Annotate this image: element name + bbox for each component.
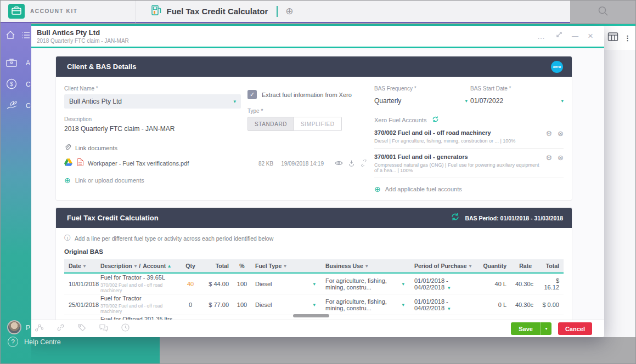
cell-description: Fuel for Tractor - 39.65L 370/002 Fuel a… [96,274,178,293]
link-documents-label: Link documents [75,145,117,151]
table-row[interactable]: 10/01/2018 Fuel for Tractor - 39.65L 370… [64,274,564,294]
type-standard-button[interactable]: STANDARD [247,117,294,131]
cell-period[interactable]: 01/01/2018 - 04/02/2018▾ [410,298,479,311]
sidebar-item-briefcase[interactable] [5,57,18,70]
background-window: ⋮ [603,26,635,337]
modal-footer: Save ▾ Cancel [27,320,604,337]
link-upload-documents-button[interactable]: ⊕ Link or upload documents [64,176,367,185]
tab-separator [277,6,278,17]
account-kit-logo[interactable] [8,4,25,19]
sidebar-item-label-partial: C [26,102,31,110]
row-description[interactable]: Fuel for Tractor - 39.65L [100,274,178,281]
description-value[interactable]: 2018 Quarterly FTC claim - JAN-MAR [64,125,241,133]
cell-business-use[interactable]: For agriculture, fishing, mining, constr… [321,298,410,311]
chevron-down-icon: ▾ [561,98,564,104]
menu-list-icon[interactable] [20,30,31,43]
gear-icon[interactable]: ⚙ [545,129,552,144]
cell-period[interactable]: 01/01/2018 - 04/02/2018▾ [410,277,479,291]
row-description[interactable]: Fuel for Offroad 201.35 ltrs [100,316,178,320]
clock-icon[interactable] [121,323,130,334]
horizontal-scrollbar-thumb[interactable] [293,314,329,317]
gear-icon[interactable]: ⚙ [545,153,552,173]
table-info-text: Add a line per different fuel type or ac… [75,235,273,242]
col-fuel-type[interactable]: Fuel Type▾ [251,263,321,269]
fuel-account-item[interactable]: 370/002 Fuel and oil - off road machiner… [374,124,564,149]
chevron-down-icon: ▾ [465,98,468,104]
download-icon[interactable] [348,160,355,168]
document-name[interactable]: Workpaper - Fuel Tax verifications.pdf [88,160,189,167]
briefcase-icon [5,60,18,70]
preview-eye-icon[interactable] [335,160,343,167]
profile-label-partial: P [26,324,30,332]
kebab-menu-icon[interactable]: ⋮ [624,34,631,42]
cell-quantity: 40 L [479,281,511,287]
fuel-account-detail: Compressed natural gas (CNG) | Fuel use … [374,162,542,173]
col-date[interactable]: Date▾ [64,263,96,269]
search-icon[interactable] [597,5,609,19]
cell-business-use[interactable]: For agriculture, fishing, mining, constr… [321,277,410,291]
sort-down-icon: ▾ [134,263,137,269]
background-window-toolbar: ⋮ [603,26,635,50]
table-header: Date▾ Description▾/Account▴ Qty Total % … [64,259,564,274]
col-business-use[interactable]: Business Use▾ [321,263,410,269]
col-quantity[interactable]: Quantity [479,263,511,269]
col-qty[interactable]: Qty [178,263,202,269]
sidebar-item-sustainability[interactable] [5,99,19,113]
sort-down-icon: ▾ [83,263,86,269]
cell-rate: 40.30c [511,302,536,308]
home-icon[interactable] [5,30,16,43]
link-documents-section: Link documents Workpaper - Fuel Tax veri… [64,144,367,185]
user-avatar[interactable] [7,320,21,334]
fuel-pump-icon [151,4,162,19]
col-percent[interactable]: % [233,263,251,269]
minimize-icon[interactable]: — [572,32,578,40]
table-view-icon[interactable] [607,32,618,44]
bas-start-date-select[interactable]: 01/07/2022 ▾ [470,94,564,107]
remove-circle-icon[interactable]: ⊗ [558,153,564,173]
save-split-button[interactable]: Save ▾ [511,322,551,335]
col-rate[interactable]: Rate [511,263,536,269]
remove-circle-icon[interactable]: ⊗ [558,129,564,144]
save-dropdown-icon[interactable]: ▾ [541,322,551,335]
topbar-right-panel [570,1,635,23]
sync-icon[interactable] [450,212,460,224]
sidebar: A $ C C P [1,23,31,364]
cell-amount: $ 0.00 [536,302,564,308]
table-row[interactable]: 25/01/2018 Fuel for Tractor 370/002 Fuel… [64,294,564,315]
link-icon[interactable] [56,323,65,334]
fuel-account-item[interactable]: 370/001 Fuel and oil - generators Compre… [374,149,564,178]
xero-fuel-accounts-label: Xero Fuel Accounts [374,117,426,123]
col-period-of-purchase[interactable]: Period of Purchase▾ [410,263,479,269]
tag-icon[interactable] [77,323,87,334]
add-tab-icon[interactable]: ⊕ [285,5,293,17]
unlink-icon[interactable] [360,160,367,168]
app-title-tab[interactable]: Fuel Tax Credit Calculator [166,7,268,16]
document-date: 19/09/2018 14:19 [281,161,324,167]
save-button[interactable]: Save [511,322,541,335]
add-fuel-accounts-button[interactable]: ⊕ Add applicable fuel accounts [374,185,564,194]
row-description[interactable]: Fuel for Tractor [100,295,178,302]
help-centre-item[interactable]: ? Help Centre [8,337,117,347]
col-description-account[interactable]: Description▾/Account▴ [96,263,178,269]
client-name-select[interactable]: Bull Antics Pty Ltd ▾ [64,94,241,109]
cell-qty[interactable]: 40 [178,281,202,287]
calculation-header: Fuel Tax Credit Calculation BAS Period: … [56,208,572,228]
cell-fuel-type[interactable]: Diesel▾ [251,302,321,308]
cancel-button[interactable]: Cancel [558,322,592,335]
document-row[interactable]: Workpaper - Fuel Tax verifications.pdf 8… [64,157,367,169]
share-nodes-icon[interactable] [35,323,44,334]
bas-frequency-select[interactable]: Quarterly ▾ [374,94,468,107]
xero-logo[interactable]: xero [551,61,563,73]
sidebar-item-dollar[interactable]: $ [5,78,18,92]
sync-icon[interactable] [431,115,440,124]
comments-icon[interactable] [99,323,109,334]
collapse-window-icon[interactable] [555,31,562,41]
type-simplified-button[interactable]: SIMPLIFIED [294,117,342,131]
col-total-credit[interactable]: Total [536,263,564,269]
cell-fuel-type[interactable]: Diesel▾ [251,281,321,287]
col-total[interactable]: Total [202,263,233,269]
close-icon[interactable]: × [588,31,593,42]
more-options-icon[interactable]: … [537,32,545,41]
cell-qty[interactable]: 0 [178,302,202,308]
extract-fuel-checkbox[interactable]: ✓ [247,90,257,99]
